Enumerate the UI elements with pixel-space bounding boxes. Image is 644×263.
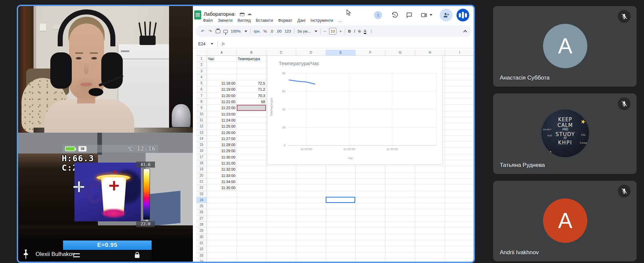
pin-icon[interactable] bbox=[21, 249, 30, 259]
name-box[interactable]: E24 bbox=[198, 42, 210, 46]
cell-H26[interactable] bbox=[415, 209, 445, 215]
cell-F20[interactable] bbox=[356, 173, 385, 179]
cell-A1[interactable]: Час bbox=[207, 56, 237, 62]
cell-D20[interactable] bbox=[296, 173, 326, 179]
cell-D22[interactable] bbox=[296, 185, 326, 191]
cell-H21[interactable] bbox=[415, 179, 445, 185]
strikethrough-button[interactable]: S bbox=[358, 29, 361, 33]
cell-C29[interactable] bbox=[266, 228, 296, 234]
cell-E33[interactable] bbox=[326, 253, 356, 259]
cell-A5[interactable]: 11:18:00 bbox=[207, 80, 237, 86]
formula-input[interactable] bbox=[225, 40, 474, 48]
cell-I17[interactable] bbox=[445, 154, 474, 160]
cell-C33[interactable] bbox=[266, 253, 296, 259]
cell-C20[interactable] bbox=[266, 173, 296, 179]
cell-G27[interactable] bbox=[385, 216, 415, 222]
cell-A18[interactable]: 11:31:00 bbox=[207, 160, 237, 166]
row-header-15[interactable]: 15 bbox=[196, 142, 207, 148]
cell-H19[interactable] bbox=[415, 166, 445, 172]
cell-B28[interactable] bbox=[237, 222, 267, 228]
menu-edit[interactable]: Змінити bbox=[218, 18, 233, 23]
cell-F26[interactable] bbox=[356, 209, 385, 215]
column-header-I[interactable]: I bbox=[445, 50, 474, 56]
undo-button[interactable]: ↶ bbox=[200, 29, 205, 34]
cell-A7[interactable]: 11:20:00 bbox=[207, 93, 237, 99]
cell-F28[interactable] bbox=[356, 222, 385, 228]
cloud-status-icon[interactable]: ☁ bbox=[247, 11, 252, 16]
cell-C22[interactable] bbox=[266, 185, 296, 191]
zoom-select[interactable]: 100% bbox=[231, 29, 240, 33]
cell-B17[interactable] bbox=[237, 154, 267, 160]
cell-E32[interactable] bbox=[326, 246, 356, 252]
row-header-7[interactable]: 7 bbox=[196, 93, 207, 99]
cell-A6[interactable]: 11:19:00 bbox=[207, 86, 237, 92]
participant-tile[interactable]: A Анастасія Суббота bbox=[493, 6, 637, 87]
cell-H34[interactable] bbox=[415, 259, 445, 262]
row-header-1[interactable]: 1 bbox=[196, 56, 207, 62]
row-header-28[interactable]: 28 bbox=[196, 222, 207, 228]
cell-A24[interactable] bbox=[207, 197, 237, 203]
decrease-font-button[interactable]: − bbox=[324, 29, 326, 33]
cell-C24[interactable] bbox=[266, 197, 296, 203]
cell-G19[interactable] bbox=[385, 166, 415, 172]
select-all-corner[interactable] bbox=[196, 50, 207, 56]
cell-C26[interactable] bbox=[266, 209, 296, 215]
menu-more[interactable]: … bbox=[338, 18, 342, 23]
cell-D29[interactable] bbox=[296, 228, 326, 234]
cell-C21[interactable] bbox=[266, 179, 296, 185]
column-header-H[interactable]: H bbox=[415, 50, 445, 56]
presentation-tile[interactable]: SD ℃ 12:16 H:66.3 C:22.5 bbox=[17, 5, 475, 263]
cell-I27[interactable] bbox=[445, 216, 474, 222]
cell-A30[interactable] bbox=[207, 234, 237, 240]
cell-B9[interactable] bbox=[237, 105, 267, 111]
cell-F33[interactable] bbox=[356, 253, 385, 259]
cell-B33[interactable] bbox=[237, 253, 267, 259]
row-header-5[interactable]: 5 bbox=[196, 80, 207, 86]
cell-A33[interactable] bbox=[207, 253, 237, 259]
cell-I23[interactable] bbox=[445, 191, 474, 197]
cell-B22[interactable] bbox=[237, 185, 267, 191]
cell-C23[interactable] bbox=[266, 191, 296, 197]
row-header-13[interactable]: 13 bbox=[196, 130, 207, 136]
column-header-E[interactable]: E bbox=[326, 50, 356, 56]
cell-F23[interactable] bbox=[356, 191, 385, 197]
cell-I11[interactable] bbox=[445, 117, 474, 123]
cell-B14[interactable] bbox=[237, 136, 267, 142]
cell-I10[interactable] bbox=[445, 111, 474, 117]
menu-insert[interactable]: Вставити bbox=[256, 18, 273, 23]
row-header-29[interactable]: 29 bbox=[196, 228, 207, 234]
cell-G30[interactable] bbox=[385, 234, 415, 240]
menu-tools[interactable]: Інструменти bbox=[311, 18, 333, 23]
row-header-27[interactable]: 27 bbox=[196, 216, 207, 222]
cell-B2[interactable] bbox=[237, 62, 267, 68]
cell-D19[interactable] bbox=[296, 166, 326, 172]
cell-C31[interactable] bbox=[266, 240, 296, 246]
cell-B25[interactable] bbox=[237, 203, 267, 209]
cell-I12[interactable] bbox=[445, 123, 474, 129]
row-header-21[interactable]: 21 bbox=[196, 179, 207, 185]
cell-D30[interactable] bbox=[296, 234, 326, 240]
cell-I15[interactable] bbox=[445, 142, 474, 148]
cell-F21[interactable] bbox=[356, 179, 385, 185]
cell-I18[interactable] bbox=[445, 160, 474, 166]
cell-I4[interactable] bbox=[445, 74, 474, 80]
cell-G34[interactable] bbox=[385, 259, 415, 262]
cell-I30[interactable] bbox=[445, 234, 474, 240]
increase-font-button[interactable]: + bbox=[339, 29, 342, 33]
menu-view[interactable]: Вигляд bbox=[237, 18, 251, 23]
cell-I33[interactable] bbox=[445, 253, 474, 259]
cell-I2[interactable] bbox=[445, 62, 474, 68]
row-header-32[interactable]: 32 bbox=[196, 246, 207, 252]
cell-A32[interactable] bbox=[207, 246, 237, 252]
cell-A31[interactable] bbox=[207, 240, 237, 246]
row-header-17[interactable]: 17 bbox=[196, 154, 207, 160]
cell-D27[interactable] bbox=[296, 216, 326, 222]
cell-E21[interactable] bbox=[326, 179, 356, 185]
embedded-chart[interactable]: Температура/Час Температура Час 02040608… bbox=[267, 55, 443, 165]
cell-A27[interactable] bbox=[207, 216, 237, 222]
presenting-indicator-button[interactable] bbox=[457, 9, 469, 21]
cell-F22[interactable] bbox=[356, 185, 385, 191]
cell-F24[interactable] bbox=[356, 197, 385, 203]
cell-I25[interactable] bbox=[445, 203, 474, 209]
cell-G22[interactable] bbox=[385, 185, 415, 191]
